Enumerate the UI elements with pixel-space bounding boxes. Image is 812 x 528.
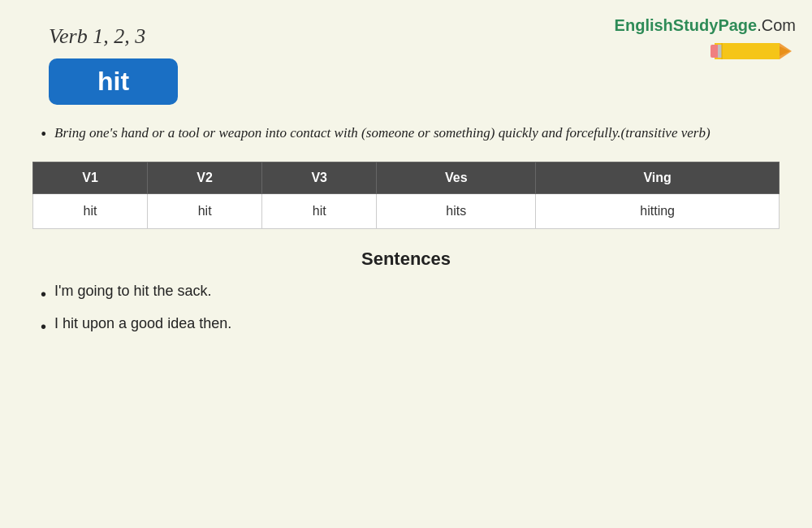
definition-item: • Bring one's hand or a tool or weapon i… (41, 123, 771, 145)
hit-badge: hit (49, 58, 178, 105)
pencil-icon (706, 38, 796, 67)
sentence-bullet-1: • (41, 283, 46, 305)
sentence-item-2: • I hit upon a good idea then. (32, 315, 780, 338)
sentences-title: Sentences (32, 249, 780, 270)
col-header-v1: V1 (33, 162, 148, 194)
page-container: EnglishStudyPage.Com Verb 1, 2, (0, 0, 812, 528)
col-header-v3: V3 (262, 162, 377, 194)
cell-v1: hit (33, 194, 148, 229)
sentence-bullet-2: • (41, 315, 46, 338)
table-row: hit hit hit hits hitting (33, 194, 780, 229)
cell-v2: hit (148, 194, 262, 229)
verb-table: V1 V2 V3 Ves Ving hit hit hit hits hitti… (32, 162, 780, 229)
logo-com: .Com (757, 16, 796, 34)
col-header-ves: Ves (377, 162, 536, 194)
sentences-section: Sentences • I'm going to hit the sack. •… (32, 249, 780, 338)
cell-ving: hitting (536, 194, 780, 229)
svg-rect-2 (710, 45, 719, 58)
main-word: hit (97, 67, 129, 96)
col-header-ving: Ving (536, 162, 780, 194)
definition-bullet: • (41, 123, 46, 145)
cell-ves: hits (377, 194, 536, 229)
svg-marker-0 (715, 43, 780, 59)
logo-brand: EnglishStudyPage (615, 16, 758, 34)
table-header-row: V1 V2 V3 Ves Ving (33, 162, 780, 194)
definition-text: Bring one's hand or a tool or weapon int… (54, 123, 710, 144)
logo-area: EnglishStudyPage.Com (615, 16, 796, 67)
col-header-v2: V2 (148, 162, 262, 194)
logo-text: EnglishStudyPage.Com (615, 16, 796, 35)
sentence-item-1: • I'm going to hit the sack. (32, 283, 780, 305)
definition-area: • Bring one's hand or a tool or weapon i… (32, 123, 780, 145)
svg-rect-3 (718, 45, 722, 58)
cell-v3: hit (262, 194, 377, 229)
sentence-text-2: I hit upon a good idea then. (54, 315, 231, 332)
sentence-text-1: I'm going to hit the sack. (54, 283, 212, 300)
